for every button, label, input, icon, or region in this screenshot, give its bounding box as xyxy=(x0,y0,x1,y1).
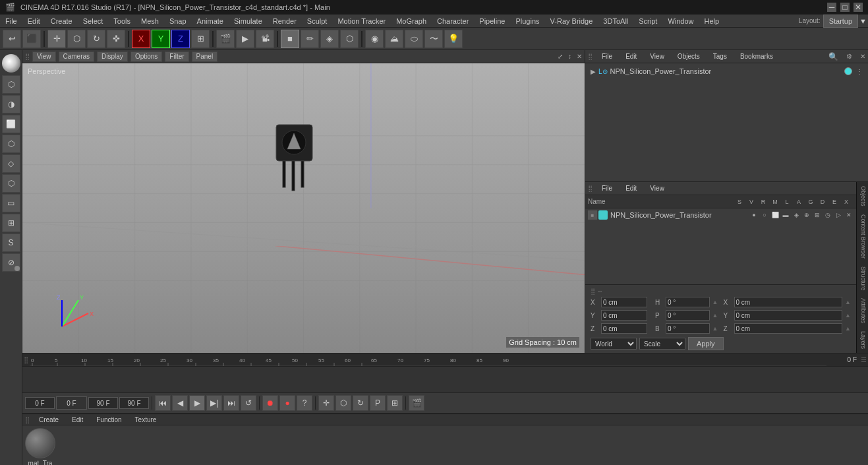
axis-x[interactable]: X xyxy=(132,30,150,48)
menu-motion-tracker[interactable]: Motion Tracker xyxy=(332,15,391,28)
sidebar-lock[interactable]: ⊘ xyxy=(2,253,20,272)
om-bot-view[interactable]: View xyxy=(646,183,668,194)
coord-system-btn[interactable]: ⊞ xyxy=(191,30,210,48)
om-top-view[interactable]: View xyxy=(646,51,668,62)
render-region[interactable]: 🎬 xyxy=(216,30,235,48)
pb-rotate-key[interactable]: ↻ xyxy=(353,395,368,411)
axis-z[interactable]: Z xyxy=(171,30,190,48)
sidebar-shading[interactable]: ◑ xyxy=(2,95,20,113)
pb-record-auto[interactable]: ⏺ xyxy=(262,395,278,411)
maximize-button[interactable]: □ xyxy=(840,3,850,12)
menu-simulate[interactable]: Simulate xyxy=(229,15,268,28)
obj-icon-v[interactable]: ○ xyxy=(760,210,769,220)
om-top-edit[interactable]: Edit xyxy=(622,51,641,62)
pb-render-btn[interactable]: 🎬 xyxy=(409,395,424,411)
mode-scale[interactable]: ⬡ xyxy=(67,30,86,48)
mode-rotate[interactable]: ↻ xyxy=(87,30,105,48)
obj-color-dot[interactable] xyxy=(844,67,852,75)
mat-function[interactable]: Function xyxy=(92,414,125,425)
menu-pipeline[interactable]: Pipeline xyxy=(474,15,510,28)
apply-button[interactable]: Apply xyxy=(688,337,724,350)
menu-help[interactable]: Help xyxy=(699,15,725,28)
material-ball[interactable] xyxy=(25,428,55,458)
menu-edit[interactable]: Edit xyxy=(22,15,45,28)
tl-options-icon[interactable]: ☰ xyxy=(859,356,868,363)
render-settings[interactable]: 📽 xyxy=(256,30,274,48)
sidebar-wireframe[interactable]: ⬜ xyxy=(2,115,20,133)
layout-select[interactable]: Startup xyxy=(823,15,858,28)
vp-close-icon[interactable]: ✕ xyxy=(577,53,582,60)
vp-panel-menu[interactable]: Panel xyxy=(192,51,218,62)
vp-maximize-icon[interactable]: ⤢ xyxy=(558,53,563,60)
om-top-file[interactable]: File xyxy=(598,51,616,62)
menu-select[interactable]: Select xyxy=(78,15,109,28)
menu-vray[interactable]: V-Ray Bridge xyxy=(545,15,598,28)
sidebar-grid[interactable]: ⊞ xyxy=(2,214,20,232)
vp-display-menu[interactable]: Display xyxy=(97,51,128,62)
light-btn[interactable]: 💡 xyxy=(444,30,463,48)
vp-arrows-icon[interactable]: ↕ xyxy=(568,53,571,60)
om-settings-icon[interactable]: ⚙ xyxy=(846,53,852,60)
sidebar-hidden-line[interactable]: ⬡ xyxy=(2,135,20,153)
menu-file[interactable]: File xyxy=(0,15,22,28)
mat-texture[interactable]: Texture xyxy=(131,414,161,425)
menu-3dtoall[interactable]: 3DToAll xyxy=(598,15,633,28)
coord-x-input[interactable] xyxy=(601,297,647,307)
edit-mode[interactable]: ✏ xyxy=(301,30,319,48)
axis-y[interactable]: Y xyxy=(152,30,170,48)
close-button[interactable]: ✕ xyxy=(854,3,863,12)
sidebar-xray[interactable]: ⬡ xyxy=(2,174,20,193)
pb-scale-key[interactable]: ⬡ xyxy=(335,395,351,411)
obj-options-icon[interactable]: ⋮ xyxy=(856,68,863,75)
mode-move[interactable]: ✛ xyxy=(47,30,66,48)
pb-record-help[interactable]: ? xyxy=(297,395,312,411)
menu-plugins[interactable]: Plugins xyxy=(510,15,544,28)
titlebar-right[interactable]: ─ □ ✕ xyxy=(827,3,863,12)
object-entry[interactable]: ▶ L⊙ NPN_Silicon_Power_Transistor ⋮ xyxy=(588,66,865,77)
viewport[interactable]: ⣿ View Cameras Display Options Filter Pa… xyxy=(22,50,585,353)
menu-animate[interactable]: Animate xyxy=(192,15,229,28)
tab-layers[interactable]: Layers xyxy=(857,327,868,353)
tab-objects[interactable]: Objects xyxy=(857,182,868,210)
frame-preview-end[interactable] xyxy=(119,397,149,409)
tab-content-browser[interactable]: Content Browser xyxy=(857,210,868,263)
frame-start-input[interactable] xyxy=(25,397,55,409)
pb-step-forward[interactable]: ▶| xyxy=(206,395,222,411)
menu-tools[interactable]: Tools xyxy=(108,15,136,28)
obj-icon-g[interactable]: ⊞ xyxy=(813,210,822,220)
pb-play[interactable]: ▶ xyxy=(189,395,205,411)
obj-icon-r[interactable]: ⬜ xyxy=(770,210,780,220)
om-search-icon[interactable]: 🔍 xyxy=(828,52,838,61)
coord-h-input[interactable] xyxy=(666,297,710,307)
coord-y-input[interactable] xyxy=(601,310,647,321)
sidebar-floor[interactable]: ▭ xyxy=(2,194,20,212)
obj-icon-s[interactable]: ● xyxy=(749,210,759,220)
om-top-tags[interactable]: Tags xyxy=(709,51,731,62)
texture-mode[interactable]: ◈ xyxy=(320,30,339,48)
om-bot-file[interactable]: File xyxy=(598,183,616,194)
sidebar-iso[interactable]: ◇ xyxy=(2,154,20,173)
UV-mode[interactable]: ⬡ xyxy=(340,30,359,48)
om-bot-edit[interactable]: Edit xyxy=(622,183,641,194)
menu-character[interactable]: Character xyxy=(432,15,474,28)
obj-icon-x[interactable]: ✕ xyxy=(844,210,854,220)
pb-to-start[interactable]: ⏮ xyxy=(155,395,171,411)
spline-btn[interactable]: 〜 xyxy=(424,30,443,48)
frame-end-input[interactable] xyxy=(88,397,118,409)
terrain-btn[interactable]: ⛰ xyxy=(385,30,403,48)
obj-icon-d[interactable]: ◷ xyxy=(823,210,832,220)
layout-dropdown[interactable]: ▼ xyxy=(858,15,868,28)
om-top-objects[interactable]: Objects xyxy=(674,51,704,62)
pb-move-key[interactable]: ✛ xyxy=(318,395,334,411)
material-item[interactable]: mat_Tra xyxy=(25,428,55,465)
minimize-button[interactable]: ─ xyxy=(827,3,836,12)
size-x-input[interactable] xyxy=(734,297,843,307)
menu-snap[interactable]: Snap xyxy=(164,15,192,28)
coord-system-select[interactable]: World Local Object xyxy=(591,338,637,350)
pb-loop[interactable]: ↺ xyxy=(241,395,256,411)
obj-icon-l[interactable]: ◈ xyxy=(792,210,801,220)
menu-mesh[interactable]: Mesh xyxy=(136,15,164,28)
scale-mode-select[interactable]: Scale Size xyxy=(639,338,685,350)
mode-select[interactable]: ✜ xyxy=(107,30,125,48)
soft-sel[interactable]: ⬭ xyxy=(405,30,423,48)
